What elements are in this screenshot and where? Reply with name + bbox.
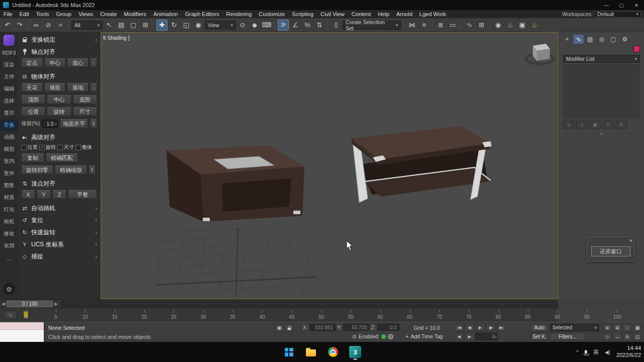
time-slider-track[interactable] [61, 301, 556, 307]
select-and-place-icon[interactable]: ◉ [193, 20, 204, 31]
select-and-manipulate-icon[interactable]: ◆ [249, 20, 260, 31]
vertex-x-button[interactable]: X [21, 190, 35, 199]
menu-item[interactable]: File [0, 10, 16, 18]
check-rotation[interactable]: ✓旋转 [39, 144, 56, 151]
spinner-snap-icon[interactable]: ⇅ [314, 20, 325, 31]
menu-item[interactable]: Views [75, 10, 97, 18]
sidebar-item[interactable]: 文件 [0, 71, 18, 83]
frame-number-spinner[interactable]: 0 [475, 333, 498, 340]
maximize-viewport-icon[interactable]: ◱ [633, 333, 642, 340]
tray-chevron-icon[interactable]: ^ [576, 349, 579, 355]
selection-filter-dropdown[interactable]: All ▾ [71, 21, 103, 30]
goto-start-icon[interactable]: |◀ [454, 324, 464, 331]
align-position-button[interactable]: 位置 [21, 107, 45, 116]
make-unique-icon[interactable]: ▣ [589, 121, 601, 129]
mirror-icon[interactable]: ⋈ [407, 20, 418, 31]
align-bottom-button[interactable]: 底部 [73, 95, 97, 104]
pivot-center-button[interactable]: 中心 [44, 58, 66, 67]
taskbar-clock[interactable]: 14:44 2022/6/22 [616, 345, 641, 359]
sidebar-item[interactable]: ... [0, 252, 18, 264]
restore-window-button[interactable]: 还原窗口 [591, 246, 630, 256]
menu-item[interactable]: Help [374, 10, 393, 18]
maxscript-mini-listener[interactable] [0, 322, 44, 342]
menu-item[interactable]: Graph Editors [182, 10, 223, 18]
menu-item[interactable]: Tools [33, 10, 53, 18]
object-color-swatch[interactable] [633, 46, 640, 52]
render-production-icon[interactable]: ♨ [529, 20, 540, 31]
maximize-button[interactable]: ▢ [614, 0, 629, 10]
section-quick-rotate[interactable]: ↻ 快速旋转 › [21, 226, 97, 238]
wall-button[interactable]: 墙面 [44, 83, 66, 92]
menu-item[interactable]: Scripting [288, 10, 317, 18]
selected-set-dropdown[interactable]: Selected ▾ [550, 324, 599, 331]
show-end-result-icon[interactable]: ≡ [576, 121, 588, 129]
menu-item[interactable]: Animation [150, 10, 182, 18]
z-field[interactable]: 0.0 [377, 324, 399, 331]
add-time-tag[interactable]: + Add Time Tag [406, 333, 443, 339]
menu-item[interactable]: Edit [16, 10, 33, 18]
pan-icon[interactable]: ↔ [613, 333, 622, 340]
arrow-up-icon[interactable]: ↥ [90, 119, 97, 128]
exact-scale-button[interactable]: 精确缩放 [55, 165, 87, 174]
redo-icon[interactable]: ↷ [14, 20, 25, 31]
layer-manager-icon[interactable]: ≣ [435, 20, 446, 31]
sidebar-item[interactable]: RDF3 [0, 47, 18, 59]
enabled-green-dot[interactable] [381, 334, 386, 339]
file-explorer-icon[interactable] [302, 343, 319, 360]
zoom-icon[interactable]: ⊕ [603, 324, 612, 331]
vertex-z-button[interactable]: Z [52, 190, 66, 199]
sidebar-item[interactable]: 实用 [0, 240, 18, 252]
zoom-all-icon[interactable]: ⊞ [613, 324, 622, 331]
pin-stack-icon[interactable]: ⊙ [563, 121, 575, 129]
zoom-extents-icon[interactable]: ⌂ [623, 324, 632, 331]
select-and-link-icon[interactable]: ∞ [31, 20, 42, 31]
arrow-up-icon[interactable]: ↥ [89, 165, 96, 174]
floor-button[interactable]: 落地 [67, 83, 89, 92]
bind-to-space-warp-icon[interactable]: ≈ [55, 20, 66, 31]
render-setup-icon[interactable]: ♨ [505, 20, 516, 31]
configure-modifier-sets-icon[interactable]: ⚙ [615, 121, 627, 129]
time-slider-handle[interactable]: 0 / 100 [7, 301, 53, 307]
goto-end-icon[interactable]: ▶| [497, 324, 506, 331]
named-selection-sets-icon[interactable]: {} [331, 20, 342, 31]
sidebar-item[interactable]: 渲染 [0, 59, 18, 71]
isolate-selection-icon[interactable]: ▣ [275, 324, 284, 331]
sidebar-item[interactable]: 模型 [0, 143, 18, 155]
select-and-move-icon[interactable]: ✚ [156, 20, 168, 31]
rotate-zero-button[interactable]: 旋转归零 [21, 165, 53, 174]
enabled-count-badge[interactable]: 0 [388, 334, 393, 339]
start-button[interactable] [280, 343, 297, 360]
zoom-extents-all-icon[interactable]: ▦ [633, 324, 642, 331]
rendered-frame-window-icon[interactable]: ▣ [517, 20, 528, 31]
menu-item[interactable]: Civil View [317, 10, 348, 18]
modifier-list-dropdown[interactable]: Modifier List ▾ [563, 55, 640, 63]
sidebar-item[interactable]: 室外 [0, 167, 18, 179]
keyboard-override-icon[interactable]: ⌨ [261, 20, 272, 31]
align-top-button[interactable]: 顶部 [21, 95, 45, 104]
sidebar-item[interactable]: 选择 [0, 95, 18, 107]
unlink-selection-icon[interactable]: ⊘ [43, 20, 54, 31]
use-pivot-center-icon[interactable]: ⊙ [237, 20, 248, 31]
viewport[interactable]: lt Shading ] [101, 32, 558, 299]
menu-item[interactable]: Arnold [393, 10, 416, 18]
field-of-view-icon[interactable]: ◇ [603, 333, 612, 340]
schematic-view-icon[interactable]: ⊞ [476, 20, 487, 31]
selection-region-icon[interactable]: ▢ [128, 20, 139, 31]
material-editor-icon[interactable]: ◉ [493, 20, 504, 31]
listener-macro-pane[interactable] [0, 322, 44, 330]
sidebar-item[interactable]: 变换 [0, 119, 18, 131]
modifier-stack[interactable] [563, 64, 640, 119]
check-position[interactable]: 位置 [21, 144, 38, 151]
vertex-y-button[interactable]: Y [37, 190, 51, 199]
align-size-button[interactable]: 尺寸 [73, 107, 97, 116]
select-by-name-icon[interactable]: ▤ [116, 20, 127, 31]
check-whole[interactable]: 整体 [75, 144, 92, 151]
percent-snap-icon[interactable]: % [302, 20, 313, 31]
orbit-icon[interactable]: ↻ [623, 333, 632, 340]
viewport-shading-label[interactable]: lt Shading ] [103, 35, 130, 41]
close-icon[interactable]: ✕ [629, 238, 633, 243]
align-center-button[interactable]: 中心 [47, 95, 71, 104]
next-key-icon[interactable]: ▶ [465, 333, 474, 340]
prev-frame-arrow[interactable]: ◀ [0, 300, 7, 308]
tab-display-icon[interactable]: ▢ [608, 35, 618, 44]
